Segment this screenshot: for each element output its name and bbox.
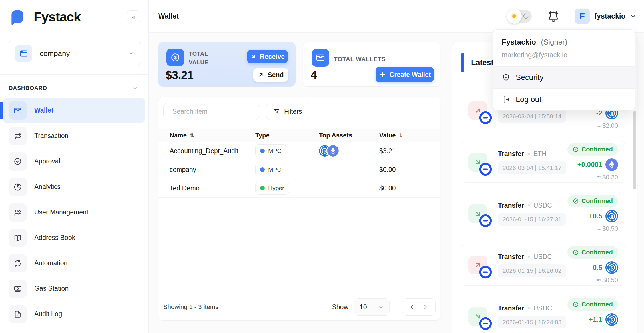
sidebar-item-label: Automation (34, 259, 67, 267)
chevron-down-icon (132, 85, 138, 91)
send-button[interactable]: Send (253, 68, 288, 82)
sun-icon (512, 14, 516, 18)
transaction-item[interactable]: TransferETH 2026-03-04 | 15:41:17 Confir… (461, 141, 626, 183)
transaction-icon-wrap (468, 153, 487, 172)
svg-text:$: $ (324, 149, 326, 153)
status-badge: Confirmed (567, 143, 618, 156)
sidebar-item-audit-log[interactable]: Audit Log (3, 301, 145, 327)
security-label: Security (516, 73, 544, 82)
sidebar-collapse-button[interactable]: « (127, 10, 140, 23)
filters-button[interactable]: Filters (266, 103, 309, 120)
sort-desc-icon: ↓ (398, 132, 403, 139)
active-indicator (0, 102, 3, 119)
type-badge: MPC (255, 144, 286, 157)
search-box (163, 103, 259, 120)
sidebar-item-label: Approval (34, 157, 60, 165)
transaction-datetime: 2026-03-04 | 15:59:14 (498, 110, 566, 123)
avatar[interactable]: F (575, 9, 590, 24)
topbar-actions: F fystackio (508, 9, 637, 24)
table-row[interactable]: Ted Demo Hyper $0.00 (158, 179, 440, 198)
menu-item-security[interactable]: Security (493, 67, 635, 88)
notification-bell-icon[interactable] (547, 10, 560, 23)
transaction-item[interactable]: TransferUSDC 2026-01-15 | 16:27:31 Confi… (461, 193, 626, 234)
send-label: Send (268, 71, 284, 79)
sidebar-item-user-management[interactable]: User Management (3, 200, 145, 225)
create-wallet-button[interactable]: Create Wallet (376, 67, 434, 82)
table-row[interactable]: Accounting_Dept_Audit MPC $ $3.21 (158, 142, 440, 160)
sidebar-item-gas-station[interactable]: Gas Station (3, 276, 145, 301)
transaction-item[interactable]: TransferUSDC 2026-01-15 | 16:26:02 Confi… (461, 244, 626, 286)
transaction-asset: USDC (533, 202, 552, 209)
pie-chart-icon (9, 178, 27, 196)
transaction-usd-value: ≈ $0.50 (597, 225, 618, 232)
username[interactable]: fystackio (595, 12, 625, 20)
wallet-value: $3.21 (379, 147, 440, 155)
dashboard-section-header[interactable]: DASHBOARD (0, 75, 148, 95)
sidebar-item-label: Transaction (34, 132, 68, 140)
user-role: (Signer) (541, 38, 567, 46)
sidebar: Fystack « company DASHBOARD (0, 0, 149, 333)
logout-label: Log out (516, 95, 541, 104)
search-input[interactable] (172, 108, 257, 115)
column-header-value[interactable]: Value↓ (379, 132, 440, 139)
dot-separator (528, 153, 530, 155)
wallet-name: company (170, 166, 255, 174)
transaction-item[interactable]: TransferUSDC 2026-01-15 | 16:24:03 Confi… (461, 296, 626, 333)
type-badge: MPC (255, 163, 286, 176)
arrow-down-right-icon (250, 53, 256, 60)
transaction-asset: USDC (533, 304, 552, 312)
page-size-select[interactable]: 10 (354, 298, 390, 316)
user-info: Fystackio (Signer) marketing@fystack.io (493, 30, 635, 66)
next-page-button[interactable] (422, 304, 429, 310)
table-row[interactable]: company MPC $0.00 (158, 160, 440, 179)
check-circle-icon (573, 146, 579, 153)
wallets-table-card: Filters Name⇅ Type Top Assets Value↓ Acc… (158, 97, 440, 321)
title-accent-bar (461, 53, 464, 72)
receive-label: Receive (260, 53, 285, 61)
filters-label: Filters (284, 108, 302, 115)
transaction-amount: +0.0001 (577, 161, 602, 169)
transaction-type: Transfer (498, 202, 524, 209)
scrollbar-thumb[interactable] (633, 111, 636, 189)
sidebar-item-address-book[interactable]: Address Book (3, 225, 145, 250)
usdc-coin-icon: $ (605, 261, 618, 274)
sidebar-item-approval[interactable]: Approval (3, 149, 145, 174)
total-value-amount: $3.21 (166, 69, 194, 82)
menu-item-logout[interactable]: Log out (493, 89, 635, 110)
chain-badge-icon (479, 111, 492, 124)
receive-button[interactable]: Receive (247, 50, 288, 63)
pagination (402, 298, 436, 316)
theme-toggle[interactable] (508, 10, 532, 23)
sidebar-item-automation[interactable]: Automation (3, 250, 145, 276)
transaction-usd-value: ≈ $0.20 (597, 174, 618, 181)
transaction-status-amount: Confirmed +1.1 $ (567, 298, 618, 333)
transaction-list: TransferUSDC 2026-03-04 | 15:59:14 Confi… (461, 90, 626, 333)
check-circle-icon (573, 301, 579, 308)
banknote-icon (9, 280, 27, 298)
workspace-selector[interactable]: company (9, 41, 141, 66)
transaction-icon-wrap (468, 256, 487, 274)
document-icon (9, 305, 27, 323)
dot-separator (528, 204, 530, 206)
hyper-dot-icon (260, 186, 265, 190)
transaction-info: TransferETH 2026-03-04 | 15:41:17 (498, 150, 566, 174)
check-circle-icon (9, 152, 27, 171)
sidebar-item-label: Address Book (34, 234, 75, 242)
sidebar-item-wallet[interactable]: Wallet (3, 98, 145, 123)
transaction-type: Transfer (498, 150, 524, 158)
workspace-name: company (40, 49, 70, 58)
sidebar-item-transaction[interactable]: Transaction (3, 123, 145, 149)
column-header-name[interactable]: Name⇅ (170, 132, 255, 139)
transaction-datetime: 2026-01-15 | 16:26:02 (498, 264, 566, 277)
prev-page-button[interactable] (409, 304, 416, 310)
user-email: marketing@fystack.io (502, 51, 626, 59)
status-badge: Confirmed (567, 246, 618, 259)
total-wallets-label: TOTAL WALLETS (334, 55, 386, 64)
wallet-value: $0.00 (379, 166, 440, 174)
total-value-card: $ TOTAL VALUE $3.21 Receive Send (158, 42, 296, 87)
transaction-amount: +1.1 (589, 316, 602, 324)
filter-funnel-icon (273, 108, 280, 115)
chevron-down-icon[interactable] (629, 13, 637, 20)
transaction-usd-value: ≈ $2.00 (597, 122, 618, 129)
sidebar-item-analytics[interactable]: Analytics (3, 174, 145, 200)
